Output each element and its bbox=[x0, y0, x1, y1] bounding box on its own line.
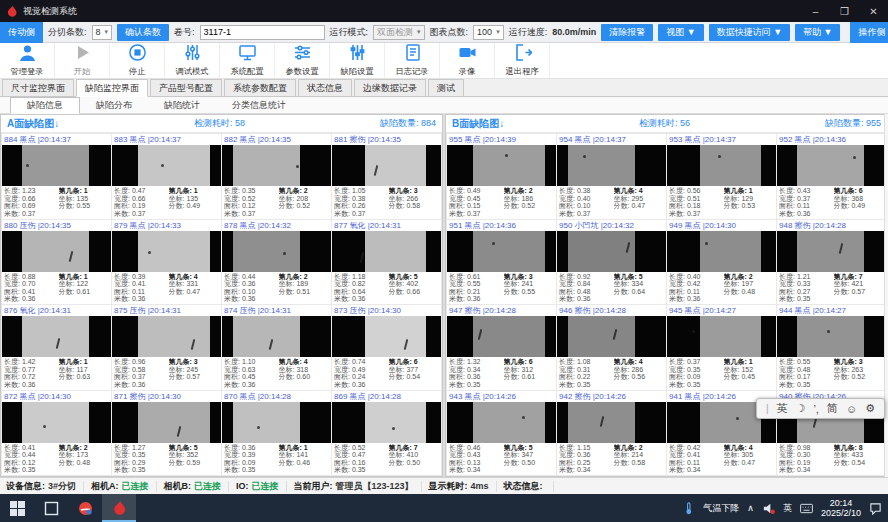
defect-cell[interactable]: 942 擦伤 |20:14:26长度: 1.15宽度: 0.36面积: 0.25… bbox=[557, 391, 666, 476]
defect-cell[interactable]: 883 黑点 |20:14:37长度: 0.47宽度: 0.66面积: 0.19… bbox=[112, 134, 221, 219]
tab-test[interactable]: 测试 bbox=[428, 79, 464, 96]
view-menu-button[interactable]: 视图 ▼ bbox=[658, 24, 703, 41]
defect-cell[interactable]: 954 黑点 |20:14:37长度: 0.38宽度: 0.40面积: 0.10… bbox=[557, 134, 666, 219]
tab-size-monitor[interactable]: 尺寸监控界面 bbox=[2, 79, 74, 96]
task-view-button[interactable] bbox=[34, 494, 68, 522]
operate-side-button[interactable]: 操作侧 bbox=[850, 22, 888, 43]
defect-cell[interactable]: 949 黑点 |20:14:30长度: 0.40宽度: 0.42面积: 0.11… bbox=[667, 220, 776, 305]
meta-score: 分数: 0.49 bbox=[169, 202, 219, 210]
defect-cell[interactable]: 882 黑点 |20:14:35长度: 0.35宽度: 0.52面积: 0.12… bbox=[222, 134, 331, 219]
meta-strip-no: 第几条: 1 bbox=[59, 187, 109, 195]
roll-number-input[interactable] bbox=[200, 25, 325, 40]
sogou-app-icon bbox=[78, 501, 93, 516]
chart-points-select[interactable]: 100 bbox=[473, 25, 504, 40]
defect-cell[interactable]: 944 黑点 |20:14:27长度: 0.55宽度: 0.48面积: 0.17… bbox=[777, 305, 886, 390]
defect-settings-button[interactable]: 缺陷设置 bbox=[330, 43, 385, 78]
defect-cell[interactable]: 947 擦伤 |20:14:28长度: 1.32宽度: 0.34面积: 0.36… bbox=[447, 305, 556, 390]
thermometer-icon[interactable] bbox=[682, 502, 695, 515]
meta-strip-no: 第几条: 2 bbox=[59, 444, 109, 452]
panel-b-scrollbar[interactable] bbox=[884, 114, 888, 477]
defect-mark bbox=[599, 416, 604, 427]
weather-text[interactable]: 气温下降 bbox=[703, 502, 739, 515]
tab-edge-data-record[interactable]: 边缘数据记录 bbox=[354, 79, 426, 96]
defect-cell[interactable]: 953 黑点 |20:14:37长度: 0.56宽度: 0.51面积: 0.18… bbox=[667, 134, 776, 219]
taskbar-app-inspection[interactable] bbox=[102, 494, 136, 522]
defect-cell[interactable]: 951 黑点 |20:14:36长度: 0.61宽度: 0.55面积: 0.21… bbox=[447, 220, 556, 305]
subtab-defect-info[interactable]: 缺陷信息 bbox=[10, 97, 80, 114]
minimize-button[interactable]: – bbox=[801, 0, 830, 22]
defect-cell[interactable]: 874 压伤 |20:14:31长度: 1.10宽度: 0.63面积: 0.45… bbox=[222, 305, 331, 390]
defect-cell[interactable]: 869 黑点 |20:14:28长度: 0.52宽度: 0.47面积: 0.16… bbox=[332, 391, 441, 476]
ime-halfwidth-icon[interactable]: ☽ bbox=[796, 402, 806, 415]
tab-system-param-config[interactable]: 系统参数配置 bbox=[224, 79, 296, 96]
defect-cell[interactable]: 955 黑点 |20:14:39长度: 0.49宽度: 0.45面积: 0.15… bbox=[447, 134, 556, 219]
defect-cell[interactable]: 875 压伤 |20:14:31长度: 0.96宽度: 0.58面积: 0.37… bbox=[112, 305, 221, 390]
defect-cell[interactable]: 945 黑点 |20:14:27长度: 0.37宽度: 0.35面积: 0.09… bbox=[667, 305, 776, 390]
run-mode-select[interactable]: 双面检测 bbox=[373, 25, 425, 40]
defect-cell[interactable]: 879 黑点 |20:14:33长度: 0.39宽度: 0.41面积: 0.11… bbox=[112, 220, 221, 305]
ime-settings-icon[interactable]: ⚙ bbox=[865, 402, 875, 415]
ime-simplified[interactable]: 简 bbox=[827, 401, 838, 416]
subtab-class-info-stats[interactable]: 分类信息统计 bbox=[216, 97, 302, 113]
confirm-count-button[interactable]: 确认条数 bbox=[117, 24, 169, 41]
ime-punctuation[interactable]: ’, bbox=[813, 403, 819, 415]
defect-cell[interactable]: 878 黑点 |20:14:32长度: 0.44宽度: 0.36面积: 0.10… bbox=[222, 220, 331, 305]
defect-cell[interactable]: 870 黑点 |20:14:28长度: 0.36宽度: 0.39面积: 0.09… bbox=[222, 391, 331, 476]
defect-cell[interactable]: 873 压伤 |20:14:30长度: 0.74宽度: 0.49面积: 0.24… bbox=[332, 305, 441, 390]
ime-drag-handle[interactable]: | bbox=[766, 403, 769, 414]
ime-lang-en[interactable]: 英 bbox=[777, 401, 788, 416]
defect-cell[interactable]: 952 黑点 |20:14:36长度: 0.43宽度: 0.37面积: 0.11… bbox=[777, 134, 886, 219]
defect-cell[interactable]: 946 擦伤 |20:14:28长度: 1.08宽度: 0.31面积: 0.22… bbox=[557, 305, 666, 390]
defect-meta-left: 长度: 1.27宽度: 0.35面积: 0.29米数: 0.35 bbox=[114, 444, 169, 476]
language-indicator[interactable]: 英 bbox=[783, 502, 792, 515]
close-button[interactable]: ✕ bbox=[859, 0, 888, 22]
drive-side-button[interactable]: 传动侧 bbox=[0, 22, 43, 43]
subtab-defect-distribution[interactable]: 缺陷分布 bbox=[80, 97, 148, 113]
defect-image bbox=[777, 231, 886, 272]
defect-image bbox=[112, 402, 221, 443]
data-quick-access-button[interactable]: 数据快捷访问 ▼ bbox=[709, 24, 790, 41]
system-config-button[interactable]: 系统配置 bbox=[220, 43, 275, 78]
taskbar-clock[interactable]: 20:14 2025/2/10 bbox=[821, 498, 861, 518]
slit-count-select[interactable]: 8 bbox=[92, 25, 113, 40]
defect-meta-left: 长度: 0.42宽度: 0.41面积: 0.11米数: 0.34 bbox=[669, 444, 724, 476]
action-toolbar: 管理登录开始停止调试模式系统配置参数设置缺陷设置日志记录录像退出程序 bbox=[0, 43, 888, 79]
tab-product-model-config[interactable]: 产品型号配置 bbox=[150, 79, 222, 96]
defect-cell[interactable]: 950 小凹坑 |20:14:32长度: 0.92宽度: 0.84面积: 0.4… bbox=[557, 220, 666, 305]
param-settings-button[interactable]: 参数设置 bbox=[275, 43, 330, 78]
panel-b-title[interactable]: B面缺陷图↓ bbox=[452, 117, 504, 131]
defect-cell[interactable]: 871 擦伤 |20:14:30长度: 1.27宽度: 0.35面积: 0.29… bbox=[112, 391, 221, 476]
keyboard-icon[interactable] bbox=[800, 502, 813, 515]
defect-cell[interactable]: 948 擦伤 |20:14:28长度: 1.21宽度: 0.33面积: 0.27… bbox=[777, 220, 886, 305]
panel-a-title[interactable]: A面缺陷图↓ bbox=[7, 117, 59, 131]
record-button[interactable]: 录像 bbox=[440, 43, 495, 78]
start-button[interactable]: 开始 bbox=[55, 43, 110, 78]
defect-cell[interactable]: 943 黑点 |20:14:26长度: 0.46宽度: 0.43面积: 0.13… bbox=[447, 391, 556, 476]
defect-cell[interactable]: 872 黑点 |20:14:30长度: 0.41宽度: 0.44面积: 0.12… bbox=[2, 391, 111, 476]
debug-mode-button[interactable]: 调试模式 bbox=[165, 43, 220, 78]
meta-meter: 米数: 0.34 bbox=[559, 466, 614, 474]
defect-cell[interactable]: 877 氧化 |20:14:31长度: 1.18宽度: 0.82面积: 0.64… bbox=[332, 220, 441, 305]
defect-cell[interactable]: 881 擦伤 |20:14:35长度: 1.05宽度: 0.38面积: 0.26… bbox=[332, 134, 441, 219]
subtab-defect-stats[interactable]: 缺陷统计 bbox=[148, 97, 216, 113]
defect-cell[interactable]: 876 氧化 |20:14:31长度: 1.42宽度: 0.77面积: 0.72… bbox=[2, 305, 111, 390]
tab-defect-monitor[interactable]: 缺陷监控界面 bbox=[76, 79, 148, 97]
ime-emoji-icon[interactable]: ☺ bbox=[846, 403, 857, 415]
exit-button[interactable]: 退出程序 bbox=[495, 43, 550, 78]
clear-alarm-button[interactable]: 清除报警 bbox=[601, 24, 653, 41]
stop-button[interactable]: 停止 bbox=[110, 43, 165, 78]
panel-b-grid: 955 黑点 |20:14:39长度: 0.49宽度: 0.45面积: 0.15… bbox=[446, 133, 887, 476]
defect-meta: 长度: 1.08宽度: 0.31面积: 0.22米数: 0.35第几条: 4坐标… bbox=[557, 357, 666, 390]
taskbar-app-ime[interactable] bbox=[68, 494, 102, 522]
login-button[interactable]: 管理登录 bbox=[0, 43, 55, 78]
help-menu-button[interactable]: 帮助 ▼ bbox=[795, 24, 840, 41]
action-center-icon[interactable] bbox=[869, 502, 882, 515]
volume-icon[interactable] bbox=[762, 502, 775, 515]
tab-status-info[interactable]: 状态信息 bbox=[298, 79, 352, 96]
log-button[interactable]: 日志记录 bbox=[385, 43, 440, 78]
defect-cell[interactable]: 880 压伤 |20:14:35长度: 0.88宽度: 0.70面积: 0.41… bbox=[2, 220, 111, 305]
defect-cell[interactable]: 884 黑点 |20:14:37长度: 1.23宽度: 0.66面积: 0.69… bbox=[2, 134, 111, 219]
hidden-icons-caret[interactable]: ∧ bbox=[747, 503, 754, 513]
start-button[interactable] bbox=[0, 494, 34, 522]
maximize-button[interactable]: ❐ bbox=[830, 0, 859, 22]
